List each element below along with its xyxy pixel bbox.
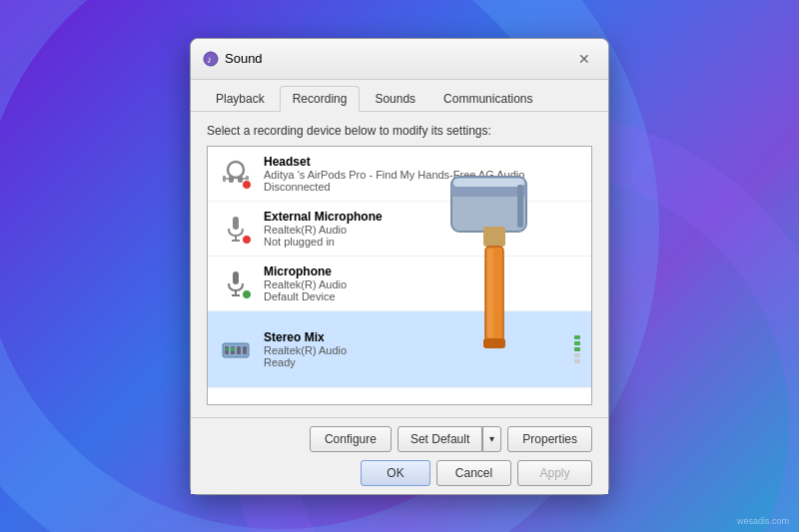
bottom-section: Configure Set Default ▾ Properties OK Ca… — [191, 417, 608, 494]
tab-recording[interactable]: Recording — [280, 86, 361, 112]
set-default-button[interactable]: Set Default — [398, 426, 482, 452]
svg-rect-12 — [233, 271, 239, 284]
ext-mic-driver: Realtek(R) Audio — [264, 224, 581, 236]
svg-rect-18 — [237, 346, 241, 354]
mic-name: Microphone — [264, 265, 581, 278]
svg-rect-21 — [231, 347, 235, 351]
headset-info: Headset Aditya 's AirPods Pro - Find My … — [264, 155, 581, 193]
tab-sounds[interactable]: Sounds — [362, 86, 428, 111]
mic-info: Microphone Realtek(R) Audio Default Devi… — [264, 265, 581, 302]
cancel-button[interactable]: Cancel — [436, 460, 511, 486]
mic-status: Default Device — [264, 290, 581, 302]
device-item-headset[interactable]: Headset Aditya 's AirPods Pro - Find My … — [208, 147, 591, 202]
set-default-dropdown[interactable]: ▾ — [482, 426, 501, 452]
device-list[interactable]: Headset Aditya 's AirPods Pro - Find My … — [207, 146, 592, 405]
ext-mic-info: External Microphone Realtek(R) Audio Not… — [264, 210, 581, 248]
headset-status: Disconnected — [264, 181, 581, 193]
content-area: Select a recording device below to modif… — [191, 112, 608, 417]
device-item-stereo[interactable]: Stereo Mix Realtek(R) Audio Ready — [208, 311, 591, 388]
svg-point-2 — [228, 162, 244, 178]
action-buttons: OK Cancel Apply — [207, 460, 592, 486]
tab-playback[interactable]: Playback — [203, 86, 278, 111]
mic-icon — [218, 266, 254, 301]
mic-driver: Realtek(R) Audio — [264, 278, 581, 290]
stereo-driver: Realtek(R) Audio — [264, 344, 563, 356]
ext-mic-name: External Microphone — [264, 210, 581, 224]
tab-bar: Playback Recording Sounds Communications — [191, 80, 608, 112]
stereo-name: Stereo Mix — [264, 330, 563, 344]
apply-button[interactable]: Apply — [517, 460, 592, 486]
level-bars — [573, 319, 581, 379]
close-button[interactable]: ✕ — [572, 47, 596, 71]
stereo-status: Ready — [264, 356, 563, 368]
ext-mic-icon — [218, 211, 254, 247]
sound-dialog: ♪ Sound ✕ Playback Recording Sounds Comm… — [190, 38, 609, 495]
properties-button[interactable]: Properties — [507, 426, 592, 452]
svg-text:♪: ♪ — [207, 54, 212, 65]
svg-rect-3 — [229, 176, 234, 183]
watermark: wesadis.com — [737, 516, 789, 526]
sound-dialog-icon: ♪ — [203, 51, 219, 67]
ext-mic-status-dot — [242, 235, 252, 245]
headset-driver: Aditya 's AirPods Pro - Find My Hands-Fr… — [264, 169, 581, 181]
svg-rect-20 — [225, 348, 229, 350]
svg-rect-19 — [243, 346, 247, 354]
device-item-ext-mic[interactable]: External Microphone Realtek(R) Audio Not… — [208, 202, 591, 257]
instruction-text: Select a recording device below to modif… — [207, 124, 592, 138]
dialog-title: Sound — [225, 51, 263, 66]
mic-status-dot — [242, 289, 252, 299]
headset-status-dot — [242, 180, 252, 190]
ext-mic-status: Not plugged in — [264, 236, 581, 248]
ok-button[interactable]: OK — [361, 460, 430, 486]
title-bar: ♪ Sound ✕ — [191, 39, 608, 80]
headset-name: Headset — [264, 155, 581, 169]
set-default-split-button: Set Default ▾ — [398, 426, 501, 452]
title-bar-left: ♪ Sound — [203, 51, 263, 67]
stereo-info: Stereo Mix Realtek(R) Audio Ready — [264, 330, 563, 368]
device-item-mic[interactable]: Microphone Realtek(R) Audio Default Devi… — [208, 257, 591, 311]
stereo-icon — [218, 331, 254, 367]
device-action-buttons: Configure Set Default ▾ Properties — [207, 426, 592, 452]
configure-button[interactable]: Configure — [310, 426, 392, 452]
svg-rect-9 — [233, 217, 239, 230]
headset-icon — [218, 156, 254, 192]
svg-rect-6 — [223, 176, 226, 182]
tab-communications[interactable]: Communications — [430, 86, 545, 111]
